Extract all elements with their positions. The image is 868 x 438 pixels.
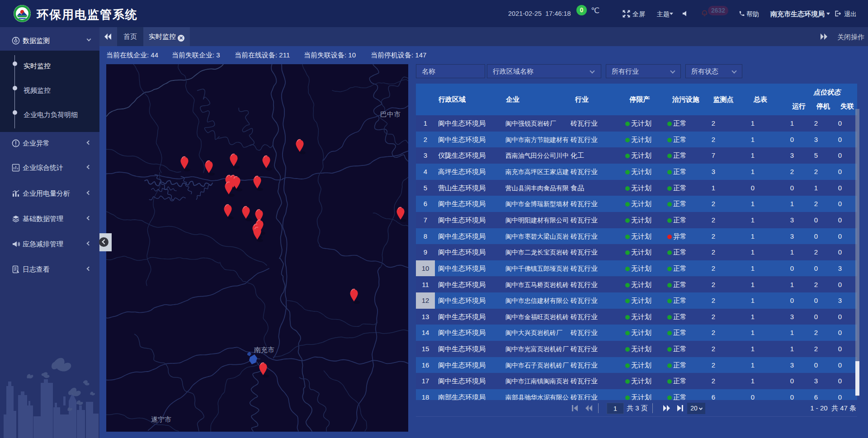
- svg-text:南充市: 南充市: [254, 346, 274, 353]
- svg-text:巴中市: 巴中市: [380, 110, 401, 118]
- svg-text:遂宁市: 遂宁市: [151, 415, 171, 423]
